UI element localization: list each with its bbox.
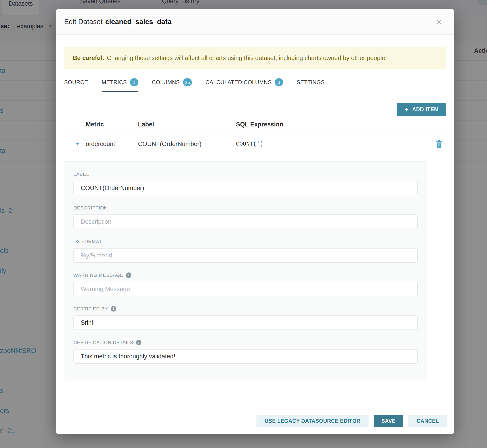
modal-footer: USE LEGACY DATASOURCE EDITOR SAVE CANCEL <box>256 415 447 427</box>
modal-title-prefix: Edit Dataset <box>64 18 103 26</box>
columns-count-badge: 25 <box>183 78 192 86</box>
certification-details-field-group: CERTIFICATION DETAILS i <box>73 340 418 364</box>
metric-edit-panel: LABEL DESCRIPTION D3 FORMAT WARNING MESS… <box>64 161 427 381</box>
save-button[interactable]: SAVE <box>374 415 403 427</box>
metric-label-cell: COUNT(OrderNumber) <box>138 141 236 148</box>
add-item-label: ADD ITEM <box>412 106 439 112</box>
label-field-group: LABEL <box>73 171 418 195</box>
collapse-caret-icon[interactable] <box>75 143 80 145</box>
warning-banner-bold: Be careful. <box>73 55 104 62</box>
label-column-header: Label <box>138 121 236 128</box>
tab-calculated-columns-label: CALCULATED COLUMNS <box>206 79 272 86</box>
edit-dataset-modal: Edit Dataset cleaned_sales_data ✕ Be car… <box>56 9 454 434</box>
tab-settings[interactable]: SETTINGS <box>297 75 325 92</box>
modal-tabs: SOURCE METRICS 1 COLUMNS 25 CALCULATED C… <box>64 75 446 92</box>
certification-details-input[interactable] <box>73 349 418 364</box>
certified-by-field-group: CERTIFIED BY i <box>73 306 418 330</box>
tab-metrics[interactable]: METRICS 1 <box>102 75 138 92</box>
footer-divider <box>56 407 454 407</box>
cancel-button[interactable]: CANCEL <box>408 415 447 427</box>
d3-format-field-group: D3 FORMAT <box>73 239 418 263</box>
certified-by-input[interactable] <box>73 315 418 330</box>
tab-settings-label: SETTINGS <box>297 79 325 86</box>
use-legacy-datasource-editor-button[interactable]: USE LEGACY DATASOURCE EDITOR <box>256 415 368 427</box>
info-icon[interactable]: i <box>136 340 141 345</box>
d3-format-input[interactable] <box>73 248 418 263</box>
warning-message-field-group: WARNING MESSAGE i <box>73 272 418 296</box>
metric-row: ordercount COUNT(OrderNumber) COUNT(*) <box>64 133 446 155</box>
tab-columns[interactable]: COLUMNS 25 <box>152 75 192 92</box>
metric-sql-cell: COUNT(*) <box>236 141 433 147</box>
label-input[interactable] <box>73 181 418 195</box>
close-icon: ✕ <box>435 17 443 27</box>
info-icon[interactable]: i <box>126 272 131 278</box>
description-field-title: DESCRIPTION <box>73 205 108 211</box>
plus-icon: + <box>405 106 409 113</box>
metrics-count-badge: 1 <box>130 78 138 86</box>
warning-banner: Be careful. Changing these settings will… <box>64 47 446 69</box>
description-input[interactable] <box>73 215 418 229</box>
info-icon[interactable]: i <box>111 306 116 312</box>
label-field-title: LABEL <box>73 171 89 177</box>
trash-icon <box>435 140 443 148</box>
warning-banner-text: Changing these settings will affect all … <box>107 55 387 62</box>
description-field-group: DESCRIPTION <box>73 205 418 229</box>
warning-message-input[interactable] <box>73 282 418 296</box>
sql-expression-column-header: SQL Expression <box>236 121 433 128</box>
tab-calculated-columns[interactable]: CALCULATED COLUMNS 0 <box>206 75 283 92</box>
certification-details-field-title: CERTIFICATION DETAILS <box>73 340 133 345</box>
metrics-table-header: Metric Label SQL Expression <box>64 116 446 133</box>
certified-by-field-title: CERTIFIED BY <box>73 306 108 312</box>
tab-source-label: SOURCE <box>64 79 88 86</box>
warning-message-field-title: WARNING MESSAGE <box>73 272 123 278</box>
d3-format-field-title: D3 FORMAT <box>73 239 102 244</box>
metric-column-header: Metric <box>86 121 138 128</box>
modal-header: Edit Dataset cleaned_sales_data <box>56 9 454 35</box>
metrics-table: Metric Label SQL Expression ordercount C… <box>64 116 446 155</box>
modal-title-dataset-name: cleaned_sales_data <box>105 18 171 26</box>
delete-metric-button[interactable] <box>435 140 443 148</box>
calculated-columns-count-badge: 0 <box>275 78 283 86</box>
metric-name-cell: ordercount <box>86 141 138 148</box>
tab-metrics-label: METRICS <box>102 79 127 86</box>
tab-columns-label: COLUMNS <box>152 79 180 86</box>
close-button[interactable]: ✕ <box>433 16 445 28</box>
add-item-button[interactable]: + ADD ITEM <box>397 103 447 116</box>
tab-source[interactable]: SOURCE <box>64 75 88 92</box>
